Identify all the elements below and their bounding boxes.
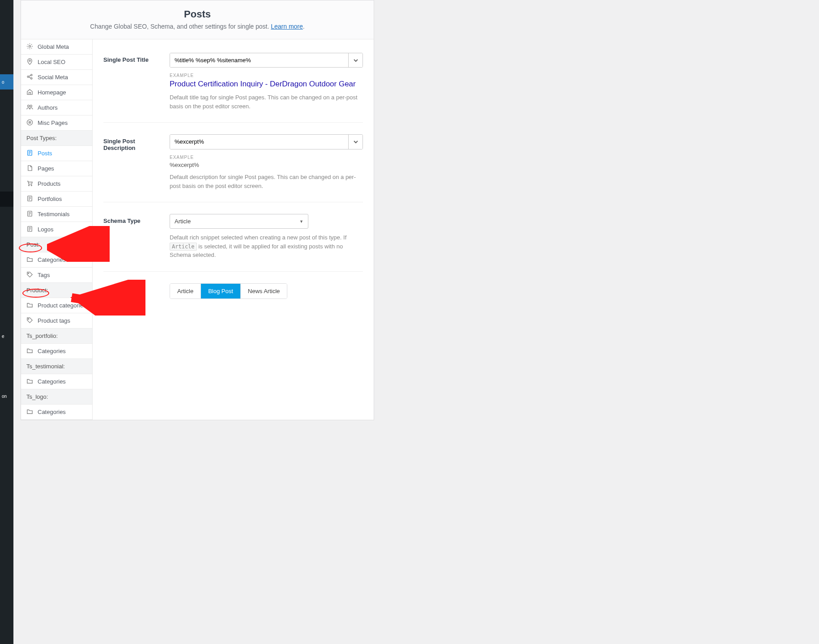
page-subtitle: Change Global SEO, Schema, and other set… <box>30 23 365 30</box>
gear-icon <box>26 43 33 51</box>
svg-point-31 <box>28 273 29 273</box>
sidebar-item-products[interactable]: Products <box>21 176 92 192</box>
share-icon <box>26 73 33 81</box>
sidebar-item-misc-pages[interactable]: Misc Pages <box>21 115 92 131</box>
sidebar-item-label: Authors <box>38 104 58 111</box>
sidebar-section-header: Ts_portfolio: <box>21 328 92 344</box>
sidebar-item-label: Portfolios <box>38 196 62 202</box>
sidebar-item-label: Categories <box>38 256 66 263</box>
sidebar-item-categories[interactable]: Categories <box>21 405 92 420</box>
wp-admin-sidebar: o e on <box>0 0 13 420</box>
svg-point-17 <box>29 185 30 186</box>
sidebar-item-categories[interactable]: Categories <box>21 344 92 359</box>
sidebar-section-header: Post Types: <box>21 131 92 146</box>
sidebar-section-header: Ts_testimonial: <box>21 359 92 374</box>
example-preview-desc: %excerpt% <box>170 162 363 168</box>
sidebar-item-product-tags[interactable]: Product tags <box>21 313 92 328</box>
pin-icon <box>26 58 33 66</box>
sidebar-item-label: Products <box>38 180 60 187</box>
wp-sidebar-active-item[interactable]: o <box>0 74 13 90</box>
field-schema-type: Schema Type Article ▼ Default rich snipp… <box>103 214 363 272</box>
field-help: Default rich snippet selected when creat… <box>170 233 363 260</box>
example-label: EXAMPLE <box>170 155 363 160</box>
title-input-group <box>170 53 363 68</box>
field-single-post-description: Single Post Description %excerpt% EXAMPL… <box>103 134 363 202</box>
post-icon <box>26 210 33 218</box>
folder-icon <box>26 378 33 386</box>
sidebar-item-label: Categories <box>38 409 66 415</box>
article-type-option[interactable]: News Article <box>241 284 287 299</box>
page-icon <box>26 165 33 173</box>
sidebar-item-tags[interactable]: Tags <box>21 268 92 283</box>
home-icon <box>26 89 33 97</box>
sidebar-item-testimonials[interactable]: Testimonials <box>21 207 92 222</box>
svg-point-2 <box>27 76 29 77</box>
description-input-group: %excerpt% <box>170 134 363 149</box>
field-help: Default description for single Post page… <box>170 173 363 190</box>
sidebar-section-header: Post: <box>21 237 92 252</box>
svg-point-7 <box>28 105 30 107</box>
field-article-type: Article Type ArticleBlog PostNews Articl… <box>103 283 363 311</box>
page-title: Posts <box>30 9 365 20</box>
chevron-down-icon: ▼ <box>299 219 303 224</box>
post-icon <box>26 149 33 158</box>
sidebar-item-product-categories[interactable]: Product categories <box>21 298 92 313</box>
sidebar-item-local-seo[interactable]: Local SEO <box>21 55 92 70</box>
article-type-option[interactable]: Article <box>170 284 201 299</box>
lines-icon <box>26 119 33 127</box>
field-label: Single Post Description <box>103 134 162 190</box>
field-label: Schema Type <box>103 214 162 260</box>
sidebar-item-pages[interactable]: Pages <box>21 161 92 176</box>
svg-line-6 <box>29 77 31 78</box>
svg-point-0 <box>29 45 30 47</box>
post-icon <box>26 226 33 234</box>
sidebar-item-categories[interactable]: Categories <box>21 252 92 268</box>
sidebar-item-label: Social Meta <box>38 74 68 81</box>
sidebar-item-label: Global Meta <box>38 43 69 50</box>
sidebar-item-label: Testimonials <box>38 211 70 218</box>
field-single-post-title: Single Post Title EXAMPLE Product Certif… <box>103 53 363 123</box>
field-label: Single Post Title <box>103 53 162 111</box>
users-icon <box>26 104 33 112</box>
sidebar-item-social-meta[interactable]: Social Meta <box>21 70 92 85</box>
field-label: Article Type <box>103 283 162 299</box>
sidebar-item-homepage[interactable]: Homepage <box>21 85 92 100</box>
folder-icon <box>26 347 33 355</box>
wp-sidebar-item[interactable]: e <box>0 328 13 344</box>
article-type-option[interactable]: Blog Post <box>201 284 241 299</box>
description-textarea[interactable]: %excerpt% <box>170 135 348 149</box>
sidebar-item-label: Categories <box>38 378 66 385</box>
title-input[interactable] <box>170 53 348 67</box>
example-label: EXAMPLE <box>170 73 363 78</box>
svg-point-3 <box>31 74 32 76</box>
sidebar-item-logos[interactable]: Logos <box>21 222 92 237</box>
sidebar-item-global-meta[interactable]: Global Meta <box>21 39 92 55</box>
sidebar-item-label: Local SEO <box>38 59 65 65</box>
schema-type-select[interactable]: Article ▼ <box>170 214 308 229</box>
variable-dropdown-button[interactable] <box>348 135 363 149</box>
svg-point-18 <box>31 185 32 186</box>
sidebar-item-authors[interactable]: Authors <box>21 100 92 115</box>
wp-sidebar-item[interactable] <box>0 192 13 207</box>
cart-icon <box>26 180 33 188</box>
tag-icon <box>26 317 33 325</box>
learn-more-link[interactable]: Learn more <box>271 23 303 30</box>
folder-icon <box>26 256 33 264</box>
sidebar-item-label: Misc Pages <box>38 119 68 126</box>
wp-sidebar-item[interactable]: on <box>0 388 13 404</box>
sidebar-item-label: Logos <box>38 226 53 233</box>
sidebar-item-categories[interactable]: Categories <box>21 374 92 389</box>
main-content: Single Post Title EXAMPLE Product Certif… <box>93 39 374 420</box>
variable-dropdown-button[interactable] <box>348 53 363 67</box>
sidebar-section-header: Ts_logo: <box>21 389 92 405</box>
svg-point-1 <box>29 60 30 61</box>
sidebar-item-posts[interactable]: Posts <box>21 146 92 161</box>
settings-panel: Posts Change Global SEO, Schema, and oth… <box>21 0 374 420</box>
svg-point-4 <box>31 77 32 79</box>
tag-icon <box>26 271 33 279</box>
folder-icon <box>26 302 33 310</box>
sidebar-item-label: Tags <box>38 272 50 278</box>
sidebar-item-portfolios[interactable]: Portfolios <box>21 192 92 207</box>
post-icon <box>26 195 33 203</box>
example-preview-title: Product Certification Inquiry - DerDrago… <box>170 80 363 89</box>
